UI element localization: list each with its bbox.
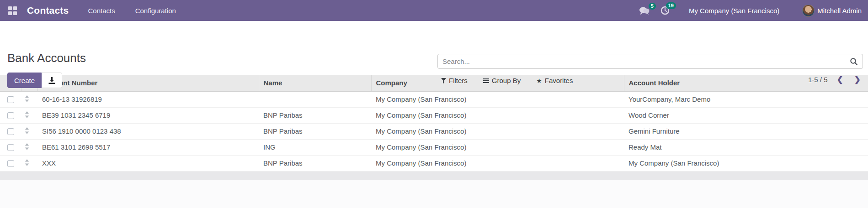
row-drag-handle[interactable] [21, 107, 37, 123]
messages-button[interactable]: 5 [639, 6, 650, 15]
column-header-name[interactable]: Name [259, 75, 371, 91]
create-button[interactable]: Create [7, 73, 42, 88]
chat-bubbles-icon [639, 6, 650, 15]
cell-name[interactable] [259, 91, 371, 107]
table-row[interactable]: BE61 3101 2698 5517INGMy Company (San Fr… [0, 139, 868, 155]
search-bar [437, 54, 863, 69]
row-drag-handle[interactable] [21, 155, 37, 171]
nav-menu-configuration[interactable]: Configuration [135, 7, 176, 15]
cell-account-number[interactable]: XXX [37, 155, 259, 171]
cell-account-holder[interactable]: My Company (San Francisco) [624, 155, 868, 171]
row-select-cell [0, 155, 21, 171]
table-header-row: Account Number Name Company Account Hold… [0, 75, 868, 91]
nav-menu-contacts[interactable]: Contacts [88, 7, 115, 15]
export-button[interactable] [42, 73, 62, 88]
column-header-account-number[interactable]: Account Number [37, 75, 259, 91]
download-icon [48, 77, 56, 84]
group-by-label: Group By [492, 77, 521, 84]
filters-button[interactable]: Filters [440, 75, 469, 86]
user-avatar [802, 5, 815, 17]
row-checkbox[interactable] [7, 128, 14, 135]
company-switcher[interactable]: My Company (San Francisco) [689, 7, 779, 15]
cell-account-holder[interactable]: Ready Mat [624, 139, 868, 155]
funnel-icon [441, 78, 446, 83]
cell-company[interactable]: My Company (San Francisco) [371, 107, 624, 123]
row-select-cell [0, 107, 21, 123]
cell-account-number[interactable]: 60-16-13 31926819 [37, 91, 259, 107]
action-buttons: Create [7, 73, 62, 88]
messages-badge: 5 [649, 3, 656, 10]
row-drag-handle[interactable] [21, 91, 37, 107]
row-select-cell [0, 139, 21, 155]
row-checkbox[interactable] [7, 144, 14, 151]
cell-name[interactable]: BNP Paribas [259, 123, 371, 139]
pager-previous-button[interactable]: ❮ [835, 74, 845, 85]
row-checkbox[interactable] [7, 160, 14, 167]
systray: 5 19 My Company (San Francisco) Mitchell… [639, 5, 862, 17]
apps-menu-icon[interactable] [8, 6, 17, 15]
table-row[interactable]: BE39 1031 2345 6719BNP ParibasMy Company… [0, 107, 868, 123]
table-row[interactable]: XXXBNP ParibasMy Company (San Francisco)… [0, 155, 868, 171]
favorites-label: Favorites [545, 77, 573, 84]
group-by-button[interactable]: Group By [482, 75, 522, 86]
user-name: Mitchell Admin [817, 7, 862, 15]
row-drag-handle[interactable] [21, 139, 37, 155]
search-input[interactable] [438, 57, 850, 65]
page-title: Bank Accounts [7, 51, 86, 65]
row-select-cell [0, 91, 21, 107]
cell-account-number[interactable]: BE61 3101 2698 5517 [37, 139, 259, 155]
pager-range: 1-5 / 5 [808, 76, 828, 83]
activities-badge: 19 [666, 2, 676, 9]
top-navbar: Contacts Contacts Configuration 5 19 My … [0, 0, 868, 21]
cell-name[interactable]: BNP Paribas [259, 107, 371, 123]
table-footer-band [0, 172, 868, 180]
sort-arrows-icon [25, 143, 29, 150]
cell-company[interactable]: My Company (San Francisco) [371, 155, 624, 171]
table-row[interactable]: 60-16-13 31926819My Company (San Francis… [0, 91, 868, 107]
sort-arrows-icon [25, 95, 29, 102]
pager: 1-5 / 5 ❮ ❯ [808, 74, 863, 85]
row-checkbox[interactable] [7, 112, 14, 119]
bank-accounts-table-body: 60-16-13 31926819My Company (San Francis… [0, 91, 868, 171]
sort-arrows-icon [25, 111, 29, 118]
row-select-cell [0, 123, 21, 139]
star-icon: ★ [536, 77, 542, 84]
cell-account-number[interactable]: BE39 1031 2345 6719 [37, 107, 259, 123]
favorites-button[interactable]: ★ Favorites [535, 75, 574, 86]
cell-company[interactable]: My Company (San Francisco) [371, 91, 624, 107]
table-row[interactable]: SI56 1910 0000 0123 438BNP ParibasMy Com… [0, 123, 868, 139]
cell-name[interactable]: ING [259, 139, 371, 155]
sort-arrows-icon [25, 159, 29, 166]
cell-account-holder[interactable]: Wood Corner [624, 107, 868, 123]
row-drag-handle[interactable] [21, 123, 37, 139]
cell-company[interactable]: My Company (San Francisco) [371, 139, 624, 155]
cell-account-holder[interactable]: Gemini Furniture [624, 123, 868, 139]
filter-bar: Filters Group By ★ Favorites [440, 75, 574, 86]
control-panel: Bank Accounts Create Filters Gro [0, 21, 868, 75]
pager-next-button[interactable]: ❯ [852, 74, 863, 85]
filters-label: Filters [449, 77, 468, 84]
sort-arrows-icon [25, 127, 29, 134]
magnifier-icon[interactable] [850, 57, 858, 66]
cell-company[interactable]: My Company (San Francisco) [371, 123, 624, 139]
row-checkbox[interactable] [7, 96, 14, 103]
cell-name[interactable]: BNP Paribas [259, 155, 371, 171]
bank-accounts-table: Account Number Name Company Account Hold… [0, 75, 868, 172]
user-menu[interactable]: Mitchell Admin [802, 5, 862, 17]
bars-icon [483, 78, 489, 83]
content-background [0, 180, 868, 208]
cell-account-holder[interactable]: YourCompany, Marc Demo [624, 91, 868, 107]
app-brand[interactable]: Contacts [27, 5, 69, 16]
cell-account-number[interactable]: SI56 1910 0000 0123 438 [37, 123, 259, 139]
activities-button[interactable]: 19 [660, 6, 670, 15]
